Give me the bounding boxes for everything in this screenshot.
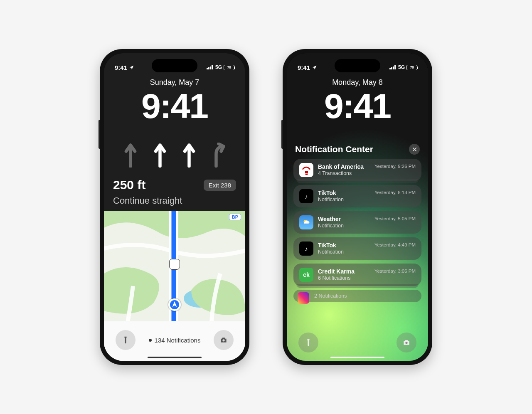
phone-right: 9:41 5G 70 Monday, May 8 9:41 Notificati… (283, 49, 432, 365)
status-time: 9:41 (298, 64, 310, 71)
nav-live-activity[interactable]: Sunday, May 7 9:41 250 ft Exit 238 Conti… (104, 53, 245, 236)
notification-time: Yesterday, 8:13 PM (374, 190, 416, 195)
home-indicator[interactable] (330, 357, 384, 359)
home-indicator[interactable] (148, 357, 202, 359)
notification-card[interactable]: WeatherNotificationYesterday, 5:05 PM (293, 211, 421, 234)
lock-screen-notification-center: 9:41 5G 70 Monday, May 8 9:41 Notificati… (287, 53, 428, 361)
phone-left: 9:41 5G 70 Sunday, May 7 9:41 (100, 49, 249, 365)
notification-time: Yesterday, 5:05 PM (374, 216, 416, 221)
notification-subtitle: Notification (318, 223, 370, 229)
notification-app: TikTok (318, 242, 370, 249)
tiktok-icon: ♪ (299, 242, 313, 256)
lane-right-dim-icon (211, 143, 226, 168)
notification-app: TikTok (318, 190, 370, 197)
map-poi-bp[interactable]: BP (229, 214, 241, 220)
notification-subtitle: Notification (318, 197, 370, 203)
route-shield-icon (169, 259, 180, 270)
weather-icon (299, 215, 313, 229)
lane-straight-icon (182, 143, 197, 168)
notification-card[interactable]: ♪TikTokNotificationYesterday, 8:13 PM (293, 185, 421, 207)
flashlight-icon (121, 336, 130, 344)
flashlight-button[interactable] (116, 330, 135, 350)
bofa-icon: — (299, 163, 313, 177)
notification-app: Credit Karma (318, 268, 370, 275)
svg-point-5 (222, 339, 224, 341)
nav-exit-badge: Exit 238 (204, 180, 236, 191)
notification-subtitle: 4 Transactions (318, 170, 370, 177)
flashlight-button[interactable] (298, 333, 318, 352)
dynamic-island (335, 59, 380, 72)
notification-subtitle: 6 Notifications (318, 275, 370, 281)
current-location-icon (168, 298, 181, 311)
lock-date: Sunday, May 7 (104, 78, 245, 87)
notification-time: Yesterday, 3:06 PM (374, 269, 416, 274)
notification-center-close-button[interactable] (409, 144, 420, 155)
status-time: 9:41 (115, 64, 127, 71)
camera-icon (219, 336, 228, 344)
lock-time: 9:41 (104, 89, 245, 123)
battery-icon: 70 (406, 65, 417, 70)
status-network: 5G (215, 64, 222, 70)
dynamic-island (152, 59, 197, 72)
notification-center-title: Notification Center (295, 144, 373, 154)
notification-app: Bank of America (318, 163, 370, 170)
notification-subtitle: Notification (318, 249, 370, 255)
camera-button[interactable] (214, 330, 234, 350)
tiktok-icon: ♪ (299, 189, 313, 203)
lane-straight-icon (153, 143, 167, 168)
battery-icon: 70 (224, 65, 234, 70)
nav-instruction: Continue straight (113, 195, 236, 206)
flashlight-icon (304, 338, 313, 347)
notification-time: Yesterday, 4:49 PM (374, 242, 416, 247)
signal-icon (389, 65, 396, 69)
notification-card[interactable]: ♪TikTokNotificationYesterday, 4:49 PM (293, 237, 421, 260)
dot-icon (149, 339, 152, 342)
notification-card[interactable]: —Bank of America4 TransactionsYesterday,… (293, 159, 421, 181)
notification-count[interactable]: 134 Notifications (149, 337, 201, 344)
svg-point-7 (405, 342, 407, 344)
nav-distance: 250 ft (113, 178, 145, 192)
instagram-icon (298, 292, 309, 304)
location-icon (129, 65, 134, 70)
notification-list[interactable]: —Bank of America4 TransactionsYesterday,… (293, 159, 421, 328)
notification-card-peek[interactable]: 2 Notifications (293, 290, 421, 302)
camera-icon (402, 338, 411, 347)
lane-straight-dim-icon (123, 143, 138, 168)
notification-time: Yesterday, 9:26 PM (374, 164, 416, 169)
lane-guidance (104, 143, 245, 168)
notification-card[interactable]: ckCredit Karma6 NotificationsYesterday, … (293, 264, 421, 286)
camera-button[interactable] (397, 333, 416, 352)
lock-date: Monday, May 8 (287, 78, 428, 87)
lock-screen-navigation: 9:41 5G 70 Sunday, May 7 9:41 (104, 53, 245, 361)
status-network: 5G (398, 64, 405, 70)
signal-icon (207, 65, 213, 69)
close-icon (412, 147, 417, 152)
location-icon (312, 65, 317, 70)
lock-time: 9:41 (287, 89, 428, 123)
creditkarma-icon: ck (299, 268, 313, 282)
notification-app: Weather (318, 216, 370, 223)
